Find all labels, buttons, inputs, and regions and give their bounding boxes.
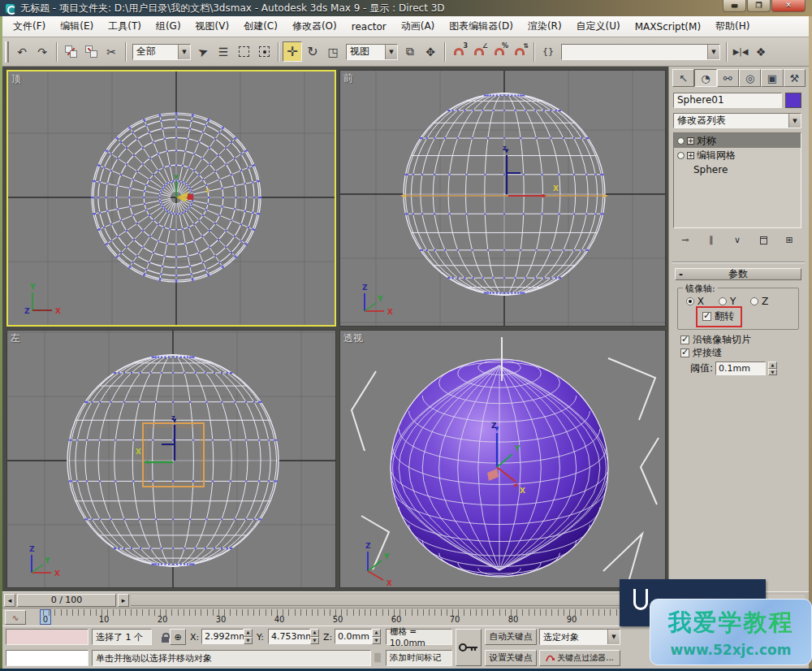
- selection-filter-dropdown[interactable]: 全部 ▼: [132, 44, 191, 60]
- radio-axis-z[interactable]: Z: [750, 296, 768, 307]
- rectangular-selection-region-icon[interactable]: [234, 41, 253, 62]
- show-end-result-icon[interactable]: ∥: [699, 232, 723, 249]
- select-and-move-icon[interactable]: ✛: [283, 41, 302, 62]
- remove-modifier-icon[interactable]: [751, 232, 775, 249]
- parameters-rollout-header[interactable]: - 参数: [675, 268, 801, 280]
- use-pivot-point-center-icon[interactable]: ⧉: [400, 41, 420, 62]
- modifier-onoff-bulb-icon[interactable]: [677, 137, 685, 145]
- select-by-name-icon[interactable]: ☰: [214, 41, 233, 62]
- menu-edit[interactable]: 编辑(E): [53, 17, 101, 36]
- menu-tools[interactable]: 工具(T): [101, 17, 149, 36]
- set-key-button[interactable]: 设置关键点: [485, 650, 537, 666]
- menu-file[interactable]: 文件(F): [6, 17, 53, 36]
- key-mode-dropdown[interactable]: 选定对象 ▼: [539, 629, 620, 645]
- chevron-down-icon[interactable]: ▼: [707, 45, 719, 59]
- viewport-perspective[interactable]: ZYXZYX 透视: [339, 330, 666, 588]
- z-coordinate-field[interactable]: 0.0mm: [335, 629, 372, 644]
- add-time-tag[interactable]: 添加时间标记: [386, 650, 452, 666]
- flip-checkbox[interactable]: 翻转: [702, 310, 734, 322]
- align-icon[interactable]: ❖: [751, 41, 771, 62]
- viewport-top[interactable]: xYXZ 顶: [6, 70, 336, 327]
- spinner-snap-icon[interactable]: ⇅: [510, 41, 529, 62]
- tab-utilities[interactable]: ⚒: [784, 69, 806, 87]
- menu-create[interactable]: 创建(C): [236, 17, 285, 36]
- key-filters-button[interactable]: 关键点过滤器...: [539, 650, 620, 666]
- menu-maxscript[interactable]: MAXScript(M): [628, 19, 708, 35]
- frame-back-arrow[interactable]: ◂: [4, 594, 15, 607]
- mirror-icon[interactable]: ▶|◀: [731, 41, 750, 62]
- snaps-toggle-icon[interactable]: 3: [449, 41, 469, 62]
- select-and-manipulate-icon[interactable]: ✥: [421, 41, 440, 62]
- y-coordinate-field[interactable]: 4.753mm: [268, 629, 310, 644]
- x-spinner[interactable]: ▲▼: [244, 629, 253, 644]
- menu-customize[interactable]: 自定义(U): [569, 17, 628, 36]
- select-and-rotate-icon[interactable]: ↻: [303, 41, 322, 62]
- redo-icon[interactable]: ↷: [32, 41, 52, 62]
- chevron-down-icon[interactable]: ▼: [607, 630, 620, 644]
- menu-group[interactable]: 组(G): [149, 17, 188, 36]
- percent-snap-icon[interactable]: %: [490, 41, 509, 62]
- radio-axis-x[interactable]: X: [686, 296, 704, 307]
- y-spinner[interactable]: ▲▼: [310, 629, 319, 644]
- menu-rendering[interactable]: 渲染(R): [520, 17, 569, 36]
- time-slider-grip[interactable]: 0 / 100: [17, 594, 116, 607]
- undo-icon[interactable]: ↶: [12, 41, 32, 62]
- maximize-button[interactable]: ❐: [747, 0, 771, 12]
- configure-modifier-sets-icon[interactable]: ⊞: [777, 232, 801, 249]
- threshold-spinner[interactable]: ▲▼: [768, 361, 777, 375]
- maxscript-mini-listener-white[interactable]: [6, 650, 89, 666]
- menu-views[interactable]: 视图(V): [188, 17, 237, 36]
- auto-key-button[interactable]: 自动关键点: [485, 629, 537, 645]
- z-spinner[interactable]: ▲▼: [372, 629, 381, 644]
- chevron-down-icon[interactable]: ▼: [178, 45, 190, 59]
- bind-to-space-warp-icon[interactable]: ✂: [102, 41, 121, 62]
- object-color-swatch[interactable]: [785, 93, 801, 108]
- named-selection-sets-icon[interactable]: {}: [538, 41, 558, 62]
- make-unique-icon[interactable]: ∨: [725, 232, 749, 249]
- window-crossing-icon[interactable]: [254, 41, 274, 62]
- close-button[interactable]: ✕: [771, 0, 806, 12]
- select-and-link-icon[interactable]: [61, 41, 80, 62]
- viewport-front[interactable]: XzZXY 前: [339, 70, 666, 327]
- weld-checkbox[interactable]: 焊接缝: [680, 347, 722, 358]
- radio-axis-y[interactable]: Y: [719, 296, 736, 307]
- named-selection-dropdown[interactable]: ▼: [561, 44, 720, 60]
- select-and-scale-icon[interactable]: ◳: [323, 41, 343, 62]
- viewport-left[interactable]: XzZXY 左: [6, 330, 336, 588]
- menu-reactor[interactable]: reactor: [344, 19, 394, 35]
- chevron-down-icon[interactable]: ▼: [788, 114, 801, 128]
- pin-stack-icon[interactable]: ⊸: [673, 232, 698, 249]
- tab-modify[interactable]: ◔: [694, 69, 716, 87]
- x-coordinate-field[interactable]: 2.992mm: [201, 629, 244, 644]
- viewport-front-label[interactable]: 前: [343, 71, 353, 85]
- object-name-field[interactable]: Sphere01: [673, 93, 782, 108]
- viewport-perspective-label[interactable]: 透视: [343, 331, 363, 345]
- minimize-button[interactable]: ▬: [723, 0, 746, 12]
- tab-hierarchy[interactable]: ⚯: [717, 69, 739, 87]
- menu-animation[interactable]: 动画(A): [394, 17, 443, 36]
- expand-plus-icon[interactable]: +: [687, 152, 694, 159]
- reference-coordinate-system-dropdown[interactable]: 视图 ▼: [346, 44, 398, 60]
- threshold-field[interactable]: 0.1mm: [715, 361, 766, 375]
- selection-lock-icon[interactable]: [162, 637, 169, 643]
- tab-create[interactable]: ↖: [672, 69, 694, 87]
- set-key-mode-key-icon[interactable]: [456, 629, 482, 666]
- tab-motion[interactable]: ◎: [739, 69, 761, 87]
- absolute-offset-mode-icon[interactable]: ⊕: [170, 629, 186, 645]
- tab-display[interactable]: ▣: [761, 69, 783, 87]
- maxscript-mini-listener-pink[interactable]: [6, 629, 89, 645]
- slice-checkbox[interactable]: 沿镜像轴切片: [680, 334, 751, 345]
- collapse-icon[interactable]: -: [679, 269, 683, 280]
- unlink-selection-icon[interactable]: [81, 41, 101, 62]
- toolbar-grip[interactable]: [5, 41, 9, 63]
- chevron-down-icon[interactable]: ▼: [385, 45, 397, 59]
- modifier-list-dropdown[interactable]: 修改器列表 ▼: [673, 113, 801, 128]
- menu-help[interactable]: 帮助(H): [708, 17, 757, 36]
- stack-item-symmetry[interactable]: + 对称: [674, 133, 801, 148]
- viewport-top-label[interactable]: 顶: [11, 72, 21, 86]
- stack-item-sphere[interactable]: Sphere: [674, 162, 801, 177]
- modifier-onoff-bulb-icon[interactable]: [677, 152, 685, 159]
- angle-snap-icon[interactable]: ∠: [469, 41, 489, 62]
- frame-forward-arrow[interactable]: ▸: [118, 594, 129, 607]
- expand-plus-icon[interactable]: +: [687, 137, 694, 145]
